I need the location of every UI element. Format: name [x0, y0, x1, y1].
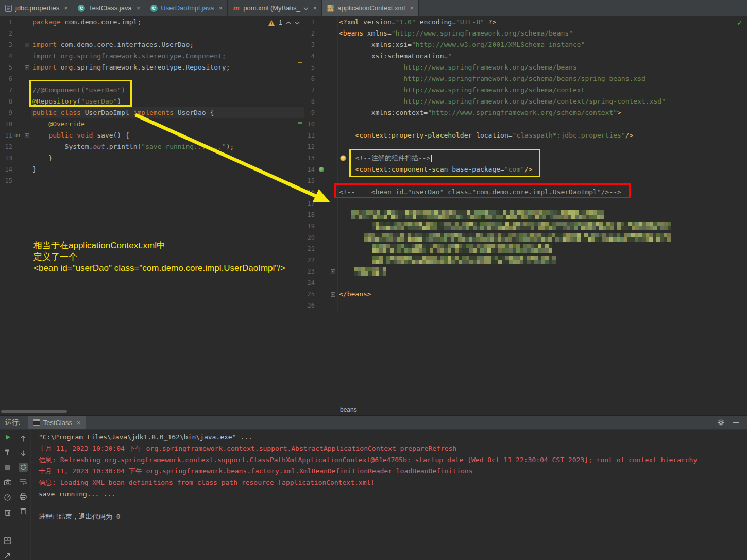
gutter-slot [328, 118, 337, 130]
editor-tab-pom.xml-mybatis-[interactable]: mpom.xml (MyBatis_× [228, 0, 322, 16]
warning-count: 1 [279, 19, 282, 26]
stop-icon[interactable] [3, 463, 12, 471]
gutter-slot [315, 62, 328, 73]
gear-icon[interactable] [717, 419, 725, 427]
editor-tab-testclass.java[interactable]: CTestClass.java× [73, 0, 145, 16]
gutter-slot [23, 16, 31, 28]
editor-gutter: 14 [0, 164, 31, 175]
chevron-up-icon[interactable] [286, 21, 291, 25]
code-segment: ?> [484, 18, 496, 26]
up-arrow-icon[interactable] [19, 434, 28, 443]
gutter-slot [315, 243, 328, 254]
editor-gutter: 9 [0, 107, 31, 118]
code-segment: @Override [48, 120, 84, 128]
fold-icon[interactable]: - [331, 269, 335, 274]
line-number: 4 [304, 50, 315, 62]
gutter-slot [315, 50, 328, 62]
close-icon[interactable]: × [410, 5, 414, 11]
down-arrow-icon[interactable] [19, 448, 28, 457]
console-line [39, 500, 747, 511]
line-number: 13 [0, 152, 12, 164]
fold-icon[interactable]: - [25, 65, 29, 70]
editor-tab-applicationcontext.xml[interactable]: </>applicationContext.xml× [322, 0, 418, 16]
editor-tab-userdaoimpl.java[interactable]: CUserDaoImpl.java× [145, 0, 228, 16]
line-number: 6 [304, 73, 315, 84]
camera-dump-icon[interactable] [3, 478, 12, 487]
warning-stripe-mark[interactable] [298, 62, 302, 63]
gutter-slot [23, 175, 31, 186]
code-segment: http://www.springframework.org/schema/be… [339, 75, 646, 82]
code-text: <context:property-placeholder location="… [338, 130, 633, 141]
editor-gutter: 7 [0, 84, 31, 96]
code-segment [32, 120, 48, 128]
gutter-slot [23, 164, 31, 175]
pin-arrow-icon[interactable] [3, 551, 12, 560]
breadcrumb-item-beans[interactable]: beans [340, 406, 357, 413]
print-icon[interactable] [19, 491, 28, 501]
java-editor-pane[interactable]: 1package com.demo.core.impl;23-import co… [0, 16, 304, 415]
tab-label: UserDaoImpl.java [161, 4, 214, 12]
change-stripe-mark[interactable] [298, 122, 302, 124]
inspection-widget[interactable]: 1 [268, 19, 300, 26]
code-text: @Override [31, 118, 85, 130]
editor-gutter: 25- [304, 289, 338, 300]
code-segment: import org.springframework.stereotype.Co… [32, 52, 226, 60]
code-text: import org.springframework.stereotype.Re… [31, 62, 230, 73]
line-number: 12 [0, 141, 12, 152]
close-icon[interactable]: × [64, 5, 68, 11]
gutter-slot [315, 164, 328, 175]
code-segment [339, 41, 371, 48]
warning-icon [268, 20, 275, 26]
gutter-slot [315, 73, 328, 84]
run-panel-header: 运行: TestClass × [0, 416, 747, 430]
chevron-down-icon[interactable] [295, 21, 300, 25]
code-segment: "classpath*:jdbc.properties" [513, 131, 625, 139]
editor-gutter: 17 [304, 198, 338, 209]
override-marker-icon[interactable]: o↑ [14, 133, 21, 138]
close-icon[interactable]: × [313, 5, 317, 11]
rerun-play-icon[interactable] [3, 433, 12, 442]
code-text [338, 300, 339, 311]
chevron-down-icon[interactable] [303, 4, 309, 12]
gutter-slot [12, 84, 23, 96]
editor-tab-jdbc.properties[interactable]: jdbc.properties× [0, 0, 73, 16]
close-icon[interactable]: × [137, 5, 141, 11]
intention-bulb-icon[interactable] [340, 155, 346, 161]
java-editor-code: 1package com.demo.core.impl;23-import co… [0, 16, 304, 186]
ide-window: { "colors": { "background": "#2b2b2b", "… [0, 0, 747, 560]
code-line: 8@Repository("userDao") [0, 96, 304, 107]
minimize-icon[interactable] [733, 422, 739, 423]
build-hammer-icon[interactable] [3, 448, 12, 456]
code-text [338, 254, 556, 266]
code-line: 6 http://www.springframework.org/schema/… [304, 73, 747, 84]
fold-icon[interactable]: - [25, 133, 29, 138]
run-tab-testclass[interactable]: TestClass × [28, 416, 86, 429]
console-icon [33, 419, 40, 426]
trash-delete-icon[interactable] [3, 508, 12, 517]
close-icon[interactable]: × [77, 419, 81, 426]
line-number: 1 [304, 16, 315, 28]
code-segment: public void [48, 131, 97, 139]
soft-wrap-icon[interactable] [19, 477, 28, 486]
line-number: 21 [304, 243, 315, 254]
code-segment: } [32, 165, 37, 173]
horizontal-scrollbar[interactable] [1, 410, 67, 413]
editor-gutter: 7 [304, 84, 338, 96]
svg-text:</>: </> [328, 7, 334, 11]
run-console-output[interactable]: "C:\Program Files\Java\jdk1.8.0_162\bin\… [31, 430, 747, 560]
gc-meter-icon[interactable] [3, 493, 12, 502]
clear-all-icon[interactable] [19, 506, 28, 515]
layout-grid-icon[interactable] [3, 536, 12, 545]
code-segment: base-package= [452, 165, 504, 173]
rerun-circular-icon[interactable] [19, 463, 28, 472]
gutter-slot [315, 266, 328, 277]
close-icon[interactable]: × [219, 5, 223, 11]
code-segment: xmlns= [367, 29, 392, 37]
fold-icon[interactable]: - [25, 43, 29, 47]
xml-editor-pane[interactable]: 1<?xml version="1.0" encoding="UTF-8" ?>… [304, 16, 747, 404]
code-segment: ); [226, 143, 234, 150]
fold-icon[interactable]: - [331, 292, 335, 297]
spring-bean-icon[interactable] [319, 167, 324, 172]
line-number: 9 [0, 107, 12, 118]
gutter-slot [328, 107, 337, 118]
